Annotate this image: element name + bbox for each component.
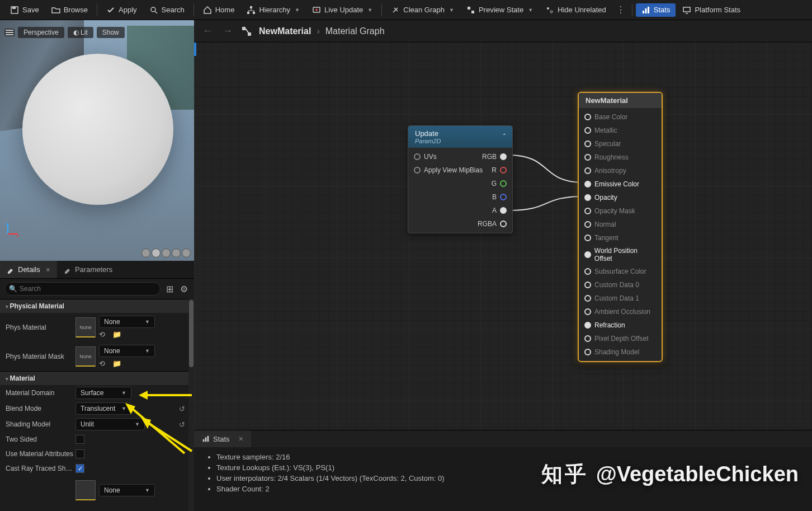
- category-physical-material[interactable]: Physical Material: [0, 299, 194, 313]
- asset-thumbnail[interactable]: None: [75, 317, 96, 337]
- input-pin[interactable]: [414, 153, 421, 160]
- output-pin-a[interactable]: [500, 207, 507, 214]
- input-pin[interactable]: [584, 322, 591, 329]
- save-button[interactable]: Save: [4, 3, 45, 17]
- phys-material-mask-dropdown[interactable]: None▼: [99, 345, 155, 357]
- nav-back-icon[interactable]: ←: [201, 25, 214, 38]
- input-pin[interactable]: [584, 114, 591, 120]
- material-input-pin[interactable]: Pixel Depth Offset: [579, 332, 662, 345]
- material-preview-viewport[interactable]: Perspective ◐ Lit Show zx: [0, 20, 194, 261]
- nav-forward-icon[interactable]: →: [221, 25, 234, 38]
- viewport-lit-button[interactable]: ◐ Lit: [68, 27, 93, 38]
- material-input-pin[interactable]: Opacity Mask: [579, 204, 662, 218]
- shape-cylinder[interactable]: [141, 249, 150, 257]
- reset-icon[interactable]: ↺: [179, 420, 188, 429]
- blend-mode-dropdown[interactable]: Translucent▼: [75, 402, 131, 415]
- input-pin[interactable]: [584, 127, 591, 134]
- phys-material-dropdown[interactable]: None▼: [99, 316, 155, 328]
- scrollbar-thumb[interactable]: [189, 300, 193, 367]
- shape-sphere[interactable]: [152, 249, 160, 257]
- input-pin[interactable]: [584, 295, 591, 302]
- shape-custom[interactable]: [182, 249, 191, 257]
- input-pin[interactable]: [584, 235, 591, 241]
- output-pin-b[interactable]: [500, 194, 507, 200]
- material-input-pin[interactable]: Anisotropy: [579, 164, 662, 177]
- asset-thumbnail[interactable]: None: [75, 346, 96, 367]
- material-input-pin[interactable]: World Position Offset: [579, 245, 662, 265]
- material-input-pin[interactable]: Emissive Color: [579, 177, 662, 191]
- output-pin-rgba[interactable]: [500, 221, 507, 227]
- node-param2d[interactable]: UpdateParam2D ˆ UVsRGB Apply View MipBia…: [408, 125, 513, 233]
- browse-asset-icon[interactable]: 📁: [112, 330, 122, 339]
- input-pin[interactable]: [584, 335, 591, 342]
- cast-ray-traced-checkbox[interactable]: [75, 464, 84, 473]
- material-input-pin[interactable]: Refraction: [579, 318, 662, 332]
- hide-unrelated-button[interactable]: Hide Unrelated: [540, 3, 612, 17]
- asset-dropdown[interactable]: None▼: [99, 484, 155, 496]
- stats-button[interactable]: Stats: [636, 3, 676, 17]
- input-pin[interactable]: [584, 251, 591, 258]
- viewport-show-button[interactable]: Show: [97, 27, 125, 38]
- close-icon[interactable]: ×: [46, 265, 50, 274]
- use-material-attributes-checkbox[interactable]: [75, 449, 84, 458]
- preview-state-button[interactable]: Preview State▼: [461, 3, 539, 17]
- node-material-result[interactable]: NewMaterial Base ColorMetallicSpecularRo…: [578, 92, 663, 362]
- node-header[interactable]: UpdateParam2D ˆ: [408, 126, 512, 148]
- input-pin[interactable]: [414, 167, 421, 174]
- home-button[interactable]: Home: [197, 3, 240, 17]
- asset-thumbnail[interactable]: [75, 480, 96, 500]
- view-options-icon[interactable]: ⊞: [164, 283, 175, 294]
- input-pin[interactable]: [584, 208, 591, 214]
- material-input-pin[interactable]: Subsurface Color: [579, 265, 662, 278]
- collapse-icon[interactable]: ˆ: [503, 133, 506, 141]
- material-input-pin[interactable]: Base Color: [579, 110, 662, 124]
- material-input-pin[interactable]: Tangent: [579, 231, 662, 245]
- platform-stats-button[interactable]: Platform Stats: [677, 3, 746, 17]
- material-input-pin[interactable]: Shading Model: [579, 345, 662, 359]
- live-update-button[interactable]: Live Update▼: [306, 3, 378, 17]
- input-pin[interactable]: [584, 194, 591, 201]
- breadcrumb-material[interactable]: NewMaterial: [259, 26, 311, 36]
- viewport-perspective-button[interactable]: Perspective: [18, 27, 64, 38]
- close-icon[interactable]: ×: [239, 434, 243, 443]
- details-search-input[interactable]: [4, 282, 160, 296]
- material-input-pin[interactable]: Custom Data 0: [579, 278, 662, 292]
- tab-stats[interactable]: Stats×: [194, 430, 251, 447]
- input-pin[interactable]: [584, 181, 591, 187]
- input-pin[interactable]: [584, 349, 591, 355]
- input-pin[interactable]: [584, 154, 591, 161]
- input-pin[interactable]: [584, 167, 591, 174]
- apply-button[interactable]: Apply: [101, 3, 143, 17]
- material-input-pin[interactable]: Metallic: [579, 124, 662, 137]
- shape-plane[interactable]: [162, 249, 171, 257]
- output-pin-r[interactable]: [500, 167, 507, 174]
- material-input-pin[interactable]: Ambient Occlusion: [579, 305, 662, 318]
- viewport-menu-icon[interactable]: [4, 29, 15, 36]
- category-material[interactable]: Material: [0, 371, 194, 385]
- material-input-pin[interactable]: Roughness: [579, 151, 662, 164]
- input-pin[interactable]: [584, 221, 591, 228]
- output-pin-g[interactable]: [500, 180, 507, 187]
- material-domain-dropdown[interactable]: Surface▼: [75, 387, 131, 399]
- material-input-pin[interactable]: Normal: [579, 218, 662, 231]
- output-pin-rgb[interactable]: [500, 153, 507, 160]
- node-header[interactable]: NewMaterial: [579, 93, 662, 108]
- shading-model-dropdown[interactable]: Unlit▼: [75, 418, 145, 430]
- clean-graph-button[interactable]: Clean Graph▼: [385, 3, 460, 17]
- input-pin[interactable]: [584, 140, 591, 147]
- input-pin[interactable]: [584, 308, 591, 315]
- shape-cube[interactable]: [172, 249, 181, 257]
- input-pin[interactable]: [584, 282, 591, 288]
- tab-details[interactable]: Details×: [0, 261, 57, 278]
- search-button[interactable]: Search: [144, 3, 190, 17]
- material-input-pin[interactable]: Opacity: [579, 191, 662, 204]
- hierarchy-button[interactable]: Hierarchy▼: [241, 3, 305, 17]
- material-graph-canvas[interactable]: UpdateParam2D ˆ UVsRGB Apply View MipBia…: [194, 43, 812, 430]
- settings-gear-icon[interactable]: ⚙: [178, 283, 190, 294]
- reset-icon[interactable]: ↺: [179, 405, 188, 413]
- two-sided-checkbox[interactable]: [75, 435, 84, 444]
- material-input-pin[interactable]: Specular: [579, 137, 662, 151]
- tab-parameters[interactable]: Parameters: [57, 261, 119, 278]
- browse-button[interactable]: Browse: [46, 3, 93, 17]
- browse-asset-icon[interactable]: 📁: [112, 359, 122, 368]
